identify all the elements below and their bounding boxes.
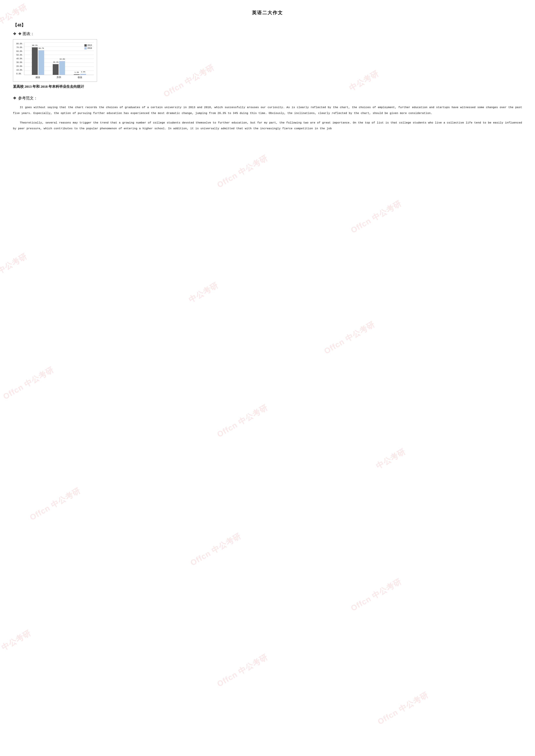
section-number: 【48】 [13,22,522,28]
x-label-employment: 就业 [36,76,40,79]
ref-diamond-icon: ❖ [13,96,16,100]
legend-2018: 2018 [84,47,92,49]
chart-section-label: ❖ ❖ 图表： [13,31,522,36]
bar-further-2013: 26.3% [53,64,59,75]
legend-2013: 2013 [84,44,92,46]
bars-wrapper: 68.1% 60.7% 26.3% [24,43,94,75]
y-axis-labels: 0.0% 10.0% 20.0% 30.0% 40.0% 50.0% 60.0%… [16,43,23,75]
bar-startup-2013: 1.3% [74,74,80,75]
bar-group-employment: 68.1% 60.7% [32,47,44,75]
x-label-further: 升学 [57,76,61,79]
x-axis-labels: 就业 升学 创业 [24,76,94,79]
essay-paragraph-1: It goes without saying that the chart re… [13,105,522,116]
chart-legend: 2013 2018 [84,44,92,49]
bar-group-startup: 1.3% 2.6% [74,74,86,75]
x-label-startup: 创业 [78,76,82,79]
ref-section-label: ❖ 参考范文： [13,95,522,101]
bar-startup-2018: 2.6% [80,74,86,75]
page-title: 英语二大作文 [13,10,522,16]
bar-group-further-education: 26.3% 34.0% [53,61,65,75]
bar-further-2018: 34.0% [59,61,65,75]
chart-container: 0.0% 10.0% 20.0% 30.0% 40.0% 50.0% 60.0%… [13,39,97,82]
bar-employment-2018: 60.7% [38,50,44,75]
chart-area: 0.0% 10.0% 20.0% 30.0% 40.0% 50.0% 60.0%… [16,43,94,80]
essay-paragraph-2: Theoretically, several reasons may trigg… [13,120,522,131]
diamond-icon: ❖ [13,32,16,36]
chart-caption: 某高校 2013 年和 2018 年本科毕业生去向统计 [13,84,522,89]
bar-employment-2013: 68.1% [32,47,38,75]
page-content: 英语二大作文 【48】 ❖ ❖ 图表： 0.0% 10.0% 20.0% 30.… [13,10,522,132]
bar-groups: 68.1% 60.7% 26.3% [24,43,94,75]
